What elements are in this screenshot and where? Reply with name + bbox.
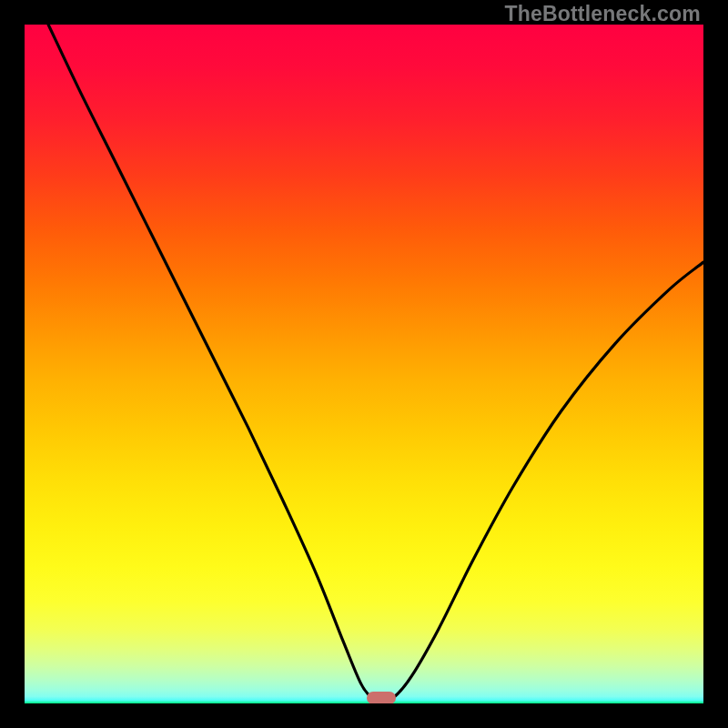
outer-frame: TheBottleneck.com bbox=[0, 0, 728, 728]
bottleneck-curve bbox=[25, 25, 703, 703]
optimum-marker bbox=[367, 692, 396, 703]
watermark-text: TheBottleneck.com bbox=[504, 2, 701, 26]
plot-area bbox=[25, 25, 703, 703]
